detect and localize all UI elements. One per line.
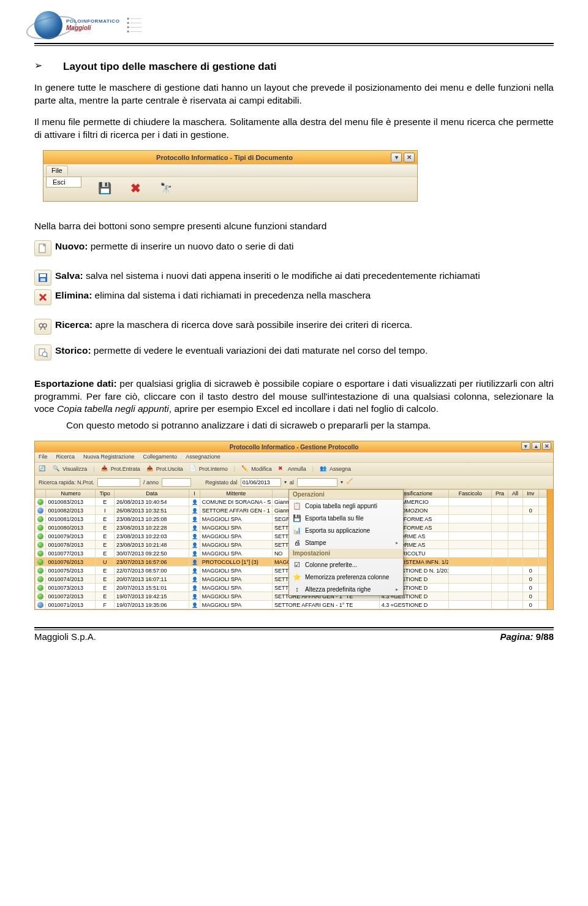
- col-header[interactable]: Numero: [46, 490, 96, 498]
- svg-point-7: [43, 324, 47, 327]
- window-title: Protocollo Informatico - Tipi di Documen…: [58, 154, 391, 161]
- tb-annulla[interactable]: ✖Annulla: [278, 465, 306, 473]
- search-filter-btn[interactable]: 🧹: [346, 478, 354, 486]
- ctx-esporta-file[interactable]: 💾Esporta tabella su file: [289, 512, 403, 524]
- search-icon-box: [34, 319, 51, 335]
- search-nprot-input[interactable]: [97, 478, 140, 487]
- toolbar: Esci 💾 ✖ 🔭: [43, 177, 417, 201]
- win2-min-button[interactable]: ▾: [521, 442, 530, 450]
- header-logo: POLOINFORMATICO Maggioli ■ ———■ ———■ ———…: [34, 11, 554, 39]
- history-icon-box: [34, 345, 51, 360]
- tb-prot-entrata[interactable]: 📥Prot.Entrata: [101, 465, 140, 473]
- win2-grid: NumeroTipoDataIMittenteDestinatarioClass…: [35, 489, 553, 609]
- close-button[interactable]: ✕: [404, 153, 415, 162]
- export-paragraph-2: Con questo metodo si potranno analizzare…: [66, 419, 554, 432]
- func-elimina: Elimina: elimina dal sistema i dati rich…: [55, 289, 554, 302]
- save-icon[interactable]: 💾: [99, 182, 111, 194]
- titlebar: Protocollo Informatico - Tipi di Documen…: [43, 151, 417, 164]
- svg-line-10: [47, 356, 48, 357]
- save-icon-box: [34, 270, 51, 286]
- tb-modifica[interactable]: ✏️Modifica: [241, 465, 272, 473]
- ctx-section-impostazioni: Impostazioni: [289, 549, 403, 558]
- ctx-altezza-righe[interactable]: ↕Altezza predefinita righe▸: [289, 583, 403, 595]
- window-tipi-documento: Protocollo Informatico - Tipi di Documen…: [43, 150, 418, 202]
- context-menu: Operazioni 📋Copia tabella negli appunti …: [288, 489, 404, 596]
- window-gestione-protocollo: Protocollo Informatico - Gestione Protoc…: [34, 441, 554, 610]
- tb-visualizza[interactable]: 🔍Visualizza: [53, 465, 87, 473]
- ctx-stampe[interactable]: 🖨Stampe▸: [289, 536, 403, 549]
- minimize-button[interactable]: ▾: [391, 153, 402, 162]
- col-header[interactable]: I: [189, 490, 200, 498]
- svg-rect-3: [40, 278, 45, 281]
- col-header[interactable]: All: [508, 490, 522, 498]
- col-header[interactable]: Pra: [492, 490, 508, 498]
- menu-collegamento[interactable]: Collegamento: [143, 454, 178, 460]
- win2-menubar: FileRicercaNuova RegistrazioneCollegamen…: [35, 452, 553, 462]
- func-nuovo: Nuovo: permette di inserire un nuovo dat…: [55, 240, 554, 253]
- delete-icon[interactable]: ✖: [129, 182, 141, 194]
- win2-close-button[interactable]: ✕: [542, 442, 551, 450]
- menu-nuova-registrazione[interactable]: Nuova Registrazione: [83, 454, 135, 460]
- svg-point-6: [39, 324, 43, 327]
- svg-rect-2: [40, 274, 46, 277]
- win2-max-button[interactable]: ▴: [532, 442, 541, 450]
- search-dal-input[interactable]: [241, 478, 281, 487]
- page-footer: Maggioli S.p.A. Pagina: 9/88: [34, 627, 554, 642]
- tb-prot-uscita[interactable]: 📤Prot.Uscita: [146, 465, 183, 473]
- ctx-section-operazioni: Operazioni: [289, 490, 403, 500]
- paragraph-1: In genere tutte le maschere di gestione …: [34, 82, 554, 107]
- func-salva: Salva: salva nel sistema i nuovi dati ap…: [55, 270, 554, 283]
- col-header[interactable]: [538, 490, 546, 498]
- section-title: Layout tipo delle maschere di gestione d…: [63, 61, 277, 73]
- tb-prot-interno[interactable]: 📄Prot.Interno: [189, 465, 228, 473]
- ctx-esporta-app[interactable]: 📊Esporta su applicazione: [289, 524, 403, 536]
- ctx-copia-tabella[interactable]: 📋Copia tabella negli appunti: [289, 500, 403, 512]
- menu-assegnazione[interactable]: Assegnazione: [186, 454, 221, 460]
- ctx-memorizza-colonne[interactable]: ⭐Memorizza preferenza colonne: [289, 571, 403, 583]
- menu-file-dropdown-esci[interactable]: Esci: [46, 177, 81, 188]
- tb-refresh[interactable]: 🔄: [39, 465, 47, 473]
- col-header[interactable]: Tipo: [96, 490, 115, 498]
- header-rule-2: [34, 45, 554, 46]
- logo-sublines: ■ ———■ ———■ ———■ ———: [127, 17, 141, 34]
- col-header[interactable]: Mittente: [200, 490, 272, 498]
- binoculars-icon[interactable]: 🔭: [160, 182, 172, 194]
- search-al-input[interactable]: [297, 478, 337, 487]
- func-ricerca: Ricerca: apre la maschera di ricerca dov…: [55, 319, 554, 332]
- tb-assegna[interactable]: 👥Assegna: [320, 465, 351, 473]
- win2-toolbar: 🔄 🔍Visualizza | 📥Prot.Entrata 📤Prot.Usci…: [35, 462, 553, 476]
- menu-file[interactable]: File: [46, 166, 68, 175]
- col-header[interactable]: Inv: [522, 490, 538, 498]
- search-anno-input[interactable]: [162, 478, 191, 487]
- new-icon: [34, 240, 51, 256]
- globe-icon: [34, 11, 62, 39]
- func-storico: Storico: permette di vedere le eventuali…: [55, 345, 554, 357]
- col-header[interactable]: Fascicolo: [449, 490, 492, 498]
- footer-company: Maggioli S.p.A.: [34, 631, 96, 642]
- ctx-colonne-preferite[interactable]: ☑Colonne preferite...: [289, 558, 403, 571]
- menu-ricerca[interactable]: Ricerca: [56, 454, 75, 460]
- delete-icon-box: [34, 289, 51, 305]
- export-paragraph: Esportazione dati: per qualsiasi griglia…: [34, 378, 554, 416]
- header-rule: [34, 43, 554, 44]
- col-header[interactable]: [36, 490, 46, 498]
- scrollbar[interactable]: [547, 489, 553, 609]
- col-header[interactable]: Data: [114, 490, 189, 498]
- bullet-icon: ➢: [34, 61, 42, 70]
- paragraph-2: Il menu file permette di chiudere la mas…: [34, 116, 554, 142]
- paragraph-3: Nella barra dei bottoni sono sempre pres…: [34, 220, 554, 233]
- menubar: File: [43, 164, 417, 177]
- table-row[interactable]: 0010071/2013F19/07/2013 19:35:06👤MAGGIOL…: [36, 601, 547, 609]
- menu-file[interactable]: File: [39, 454, 48, 460]
- search-label: Ricerca rapida: N.Prot.: [39, 479, 94, 485]
- footer-page: Pagina: 9/88: [500, 631, 554, 642]
- win2-titlebar: Protocollo Informatico - Gestione Protoc…: [35, 441, 553, 452]
- win2-searchbar: Ricerca rapida: N.Prot. / anno Registato…: [35, 476, 553, 489]
